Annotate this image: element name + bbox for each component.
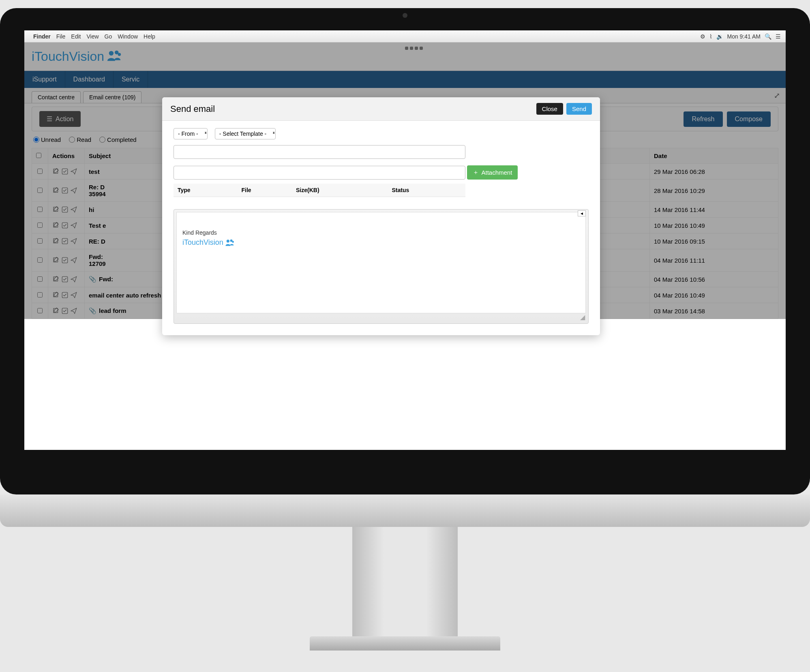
rtl-toggle[interactable]: ◄ <box>578 210 586 216</box>
plus-icon: ＋ <box>473 169 479 176</box>
attach-col-file: File <box>237 184 292 197</box>
svg-point-21 <box>226 240 229 242</box>
attachment-label: Attachment <box>481 169 512 176</box>
menu-icon[interactable]: ☰ <box>776 33 781 40</box>
email-editor[interactable]: Kind Regards iTouchVision <box>176 212 586 313</box>
modal-header: Send email Close Send <box>162 97 600 121</box>
from-select[interactable]: - From - <box>174 128 208 139</box>
imac-camera <box>403 13 407 18</box>
menubar-window[interactable]: Window <box>118 33 138 40</box>
close-button[interactable]: Close <box>536 103 563 115</box>
attach-col-type: Type <box>174 184 237 197</box>
attachment-table: Type File Size(KB) Status <box>174 184 465 197</box>
subject-input[interactable] <box>174 166 465 180</box>
spotlight-icon[interactable]: 🔍 <box>765 33 771 40</box>
editor-wrap: ◄ Kind Regards iTouchVision ◢ <box>174 209 589 324</box>
signature-text: iTouchVision <box>182 238 223 247</box>
send-email-modal: Send email Close Send - From - - Select … <box>162 97 600 335</box>
bluetooth-icon[interactable]: ⚙ <box>700 33 705 40</box>
template-select[interactable]: - Select Template - <box>215 128 276 139</box>
menubar-go[interactable]: Go <box>105 33 112 40</box>
menubar-file[interactable]: File <box>56 33 66 40</box>
clock[interactable]: Mon 9:41 AM <box>727 33 761 40</box>
attach-col-status: Status <box>388 184 466 197</box>
menubar-edit[interactable]: Edit <box>71 33 81 40</box>
send-button[interactable]: Send <box>566 103 592 115</box>
resize-handle[interactable]: ◢ <box>176 313 586 321</box>
signature-logo: iTouchVision <box>182 238 580 247</box>
to-input[interactable] <box>174 145 465 159</box>
attach-col-size: Size(KB) <box>292 184 388 197</box>
imac-foot <box>310 636 500 651</box>
editor-text: Kind Regards <box>182 229 580 236</box>
wifi-icon[interactable]: ⌇ <box>709 33 712 40</box>
attachment-button[interactable]: ＋ Attachment <box>467 165 518 180</box>
volume-icon[interactable]: 🔉 <box>716 33 723 40</box>
svg-point-23 <box>232 241 234 243</box>
menubar-finder[interactable]: Finder <box>33 33 51 40</box>
imac-stand <box>352 527 458 640</box>
menubar-help[interactable]: Help <box>144 33 155 40</box>
menubar-view[interactable]: View <box>86 33 99 40</box>
mac-menubar: Finder File Edit View Go Window Help ⚙ ⌇… <box>24 30 786 43</box>
modal-title: Send email <box>170 104 533 114</box>
imac-chin <box>0 494 810 527</box>
